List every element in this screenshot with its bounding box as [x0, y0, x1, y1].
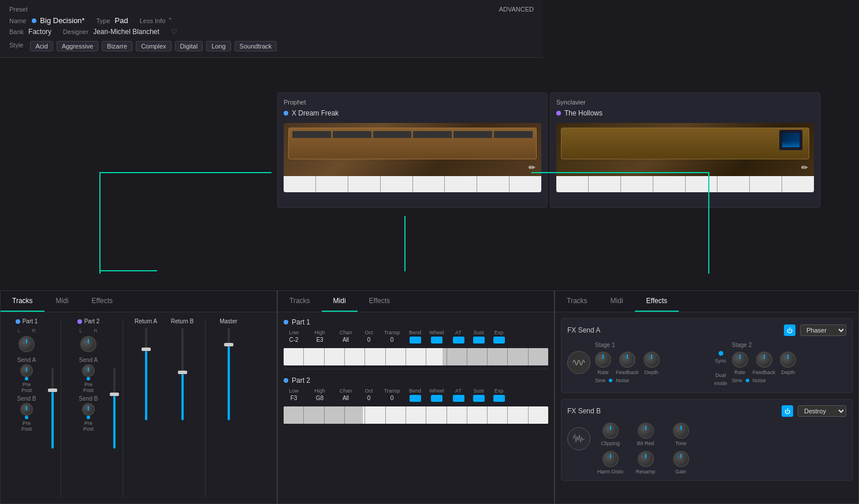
synth-card-synclavier: Synclavier The Hollows ✏	[550, 92, 820, 208]
fx-send-a-select[interactable]: Phaser Chorus Flanger Delay	[800, 324, 846, 336]
stage2-feedback-knob[interactable]	[756, 352, 772, 368]
fx-send-a: FX Send A ⏻ Phaser Chorus Flanger Delay	[561, 318, 853, 393]
col-low: Low C-2	[284, 330, 304, 344]
part2-pan-knob[interactable]	[80, 336, 96, 352]
fx-send-b-select[interactable]: Destroy Distortion Bitcrusher	[798, 405, 846, 417]
tone-label: Tone	[675, 440, 687, 446]
phaser-waveform	[567, 342, 590, 374]
style-tag-long[interactable]: Long	[206, 41, 230, 51]
col-oct: Oct 0	[362, 330, 376, 344]
stage1-rate-knob[interactable]	[595, 352, 611, 368]
style-tags: Acid Aggressive Bizarre Complex Digital …	[30, 41, 277, 51]
part1-pan-knob[interactable]	[18, 336, 35, 352]
stage1-feedback-knob[interactable]	[619, 352, 635, 368]
part1-pre-post[interactable]: Pre Post	[21, 377, 32, 393]
less-info-button[interactable]: Less Info ⌃	[140, 17, 173, 24]
clipping-knob[interactable]	[603, 423, 619, 439]
return-a-fader[interactable]	[145, 328, 147, 420]
part2-send-b-knob[interactable]	[82, 403, 95, 416]
separator-1	[61, 318, 61, 498]
part1-bend-toggle[interactable]	[410, 337, 421, 344]
stage1-rate-label: Rate	[597, 369, 608, 375]
return-b-fader[interactable]	[181, 328, 184, 420]
part1-wheel-toggle[interactable]	[431, 337, 442, 344]
gain-knob[interactable]	[673, 451, 689, 467]
harm-disto-knob[interactable]	[603, 451, 619, 467]
stage2-sine-dot[interactable]	[746, 379, 749, 382]
synth-prophet-image[interactable]: ✏	[284, 123, 541, 192]
part2-fader-handle[interactable]	[110, 393, 119, 396]
connector-left-vert	[99, 172, 101, 274]
resamp-knob[interactable]	[638, 451, 654, 467]
part1-fader-handle[interactable]	[48, 389, 57, 392]
stage1-depth-group: Depth	[644, 352, 660, 375]
style-tag-acid[interactable]: Acid	[30, 41, 53, 51]
midi-part1-col-headers: Low C-2 High E3 Chan All Oct 0	[284, 330, 548, 344]
bit-red-group: Bit Red	[633, 423, 659, 446]
col-exp: Exp	[492, 330, 506, 344]
stage2-knobs: Rate Feedback Depth	[732, 352, 846, 375]
favorite-icon[interactable]: ♡	[171, 28, 177, 36]
part2-at-toggle[interactable]	[453, 395, 464, 402]
edit-prophet-icon[interactable]: ✏	[529, 163, 536, 172]
dual-mode-label: Dualmode	[714, 372, 727, 386]
middle-tab-midi[interactable]: Midi	[322, 291, 358, 312]
return-b-handle[interactable]	[178, 371, 187, 374]
left-tab-midi[interactable]: Midi	[44, 291, 80, 312]
synth-synclavier-image[interactable]: ✏	[556, 123, 814, 192]
middle-tab-effects[interactable]: Effects	[358, 291, 401, 312]
style-tag-soundtrack[interactable]: Soundtrack	[235, 41, 277, 51]
p2-col-exp: Exp	[492, 388, 506, 402]
fx-send-a-power[interactable]: ⏻	[784, 324, 795, 336]
part2-pre-post[interactable]: Pre Post	[83, 377, 94, 393]
stage2-depth-knob[interactable]	[780, 352, 796, 368]
part2-send-a-knob[interactable]	[82, 364, 95, 377]
edit-synclavier-icon[interactable]: ✏	[801, 163, 808, 172]
part2-bend-toggle[interactable]	[410, 395, 421, 402]
master-fader[interactable]	[228, 328, 230, 420]
part1-send-b-knob[interactable]	[20, 403, 33, 416]
style-tag-aggressive[interactable]: Aggressive	[57, 41, 98, 51]
return-b-label: Return B	[171, 318, 194, 324]
stage1-depth-knob[interactable]	[644, 352, 660, 368]
right-tab-tracks[interactable]: Tracks	[555, 291, 599, 312]
style-tag-complex[interactable]: Complex	[136, 41, 171, 51]
stage2-rate-knob[interactable]	[732, 352, 748, 368]
left-tab-tracks[interactable]: Tracks	[1, 291, 44, 312]
left-tab-effects[interactable]: Effects	[80, 291, 124, 312]
part1-exp-toggle[interactable]	[493, 337, 505, 344]
right-tab-midi[interactable]: Midi	[599, 291, 635, 312]
advanced-button[interactable]: ADVANCED	[499, 6, 534, 13]
col-bend: Bend	[408, 330, 422, 344]
middle-tab-tracks[interactable]: Tracks	[278, 291, 322, 312]
style-tag-bizarre[interactable]: Bizarre	[102, 41, 132, 51]
part2-label: Part 2	[77, 318, 100, 324]
synth-prophet-title: Prophet	[284, 99, 541, 106]
style-tag-digital[interactable]: Digital	[175, 41, 203, 51]
part2-exp-toggle[interactable]	[493, 395, 505, 402]
part1-pre-post-b[interactable]: Pre Post	[21, 416, 32, 432]
part1-fader[interactable]	[51, 368, 54, 449]
part2-fader[interactable]	[113, 368, 116, 449]
middle-panel: Tracks Midi Effects Part 1 Low C-2 High	[277, 290, 555, 504]
synth-prophet-name: X Dream Freak	[284, 109, 541, 117]
part1-sust-toggle[interactable]	[473, 337, 485, 344]
col-wheel: Wheel	[428, 330, 445, 344]
part1-at-toggle[interactable]	[453, 337, 464, 344]
part2-sust-toggle[interactable]	[473, 395, 485, 402]
master-handle[interactable]	[224, 343, 233, 346]
bit-red-knob[interactable]	[638, 423, 654, 439]
tone-knob[interactable]	[673, 423, 689, 439]
midi-part2-col-headers: Low F3 High G8 Chan All Oct 0	[284, 388, 548, 402]
part2-send-b-label: Send B	[79, 395, 98, 402]
fx-send-b-power[interactable]: ⏻	[782, 405, 793, 417]
right-tab-effects[interactable]: Effects	[635, 291, 679, 312]
resamp-label: Resamp	[636, 469, 656, 475]
stage1-sine-dot[interactable]	[609, 379, 612, 382]
part1-send-a-knob[interactable]	[20, 364, 33, 377]
part2-pre-post-b[interactable]: Pre Post	[83, 416, 94, 432]
part2-wheel-toggle[interactable]	[431, 395, 442, 402]
prophet-dot	[284, 111, 288, 115]
master-fill	[228, 346, 230, 420]
return-a-handle[interactable]	[142, 348, 151, 351]
